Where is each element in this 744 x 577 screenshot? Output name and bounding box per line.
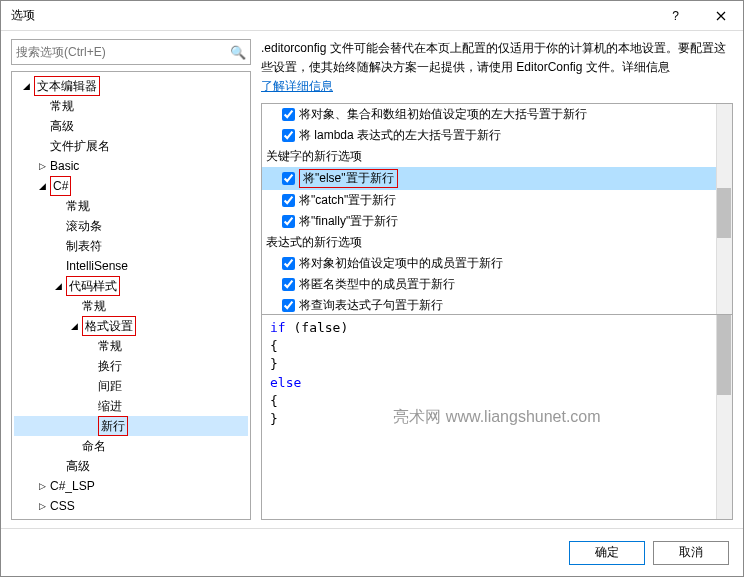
tree-item[interactable]: ▷C#_LSP	[14, 476, 248, 496]
content-area: 🔍 ◢文本编辑器常规高级文件扩展名▷Basic◢C#常规滚动条制表符Intell…	[1, 31, 743, 528]
preview-scrollbar-track[interactable]	[716, 315, 732, 519]
collapse-icon[interactable]: ◢	[68, 320, 80, 332]
code-block: if (false) { } else { }	[262, 315, 732, 432]
tree-item[interactable]: ◢文本编辑器	[14, 76, 248, 96]
tree-item[interactable]: ▷CSS	[14, 496, 248, 516]
left-panel: 🔍 ◢文本编辑器常规高级文件扩展名▷Basic◢C#常规滚动条制表符Intell…	[11, 39, 251, 520]
option-label: 将查询表达式子句置于新行	[299, 297, 443, 314]
option-item[interactable]: 将对象初始值设定项中的成员置于新行	[262, 253, 732, 274]
brace-open-2: {	[270, 393, 278, 408]
info-link[interactable]: 了解详细信息	[261, 79, 333, 93]
brace-open: {	[270, 338, 278, 353]
option-item[interactable]: 将 lambda 表达式的左大括号置于新行	[262, 125, 732, 146]
option-checkbox[interactable]	[282, 172, 295, 185]
brace-close: }	[270, 356, 278, 371]
tree-item[interactable]: 新行	[14, 416, 248, 436]
tree-item[interactable]: ▷Basic	[14, 156, 248, 176]
tree-item-label: 制表符	[66, 237, 102, 255]
option-label: 将对象初始值设定项中的成员置于新行	[299, 255, 503, 272]
tree-item-label: 换行	[98, 357, 122, 375]
close-button[interactable]	[698, 1, 743, 31]
help-button[interactable]: ?	[653, 1, 698, 31]
option-checkbox[interactable]	[282, 278, 295, 291]
option-checkbox[interactable]	[282, 108, 295, 121]
scrollbar-thumb[interactable]	[717, 188, 731, 238]
tree-spacer	[36, 120, 48, 132]
tree-item[interactable]: 命名	[14, 436, 248, 456]
search-icon: 🔍	[230, 45, 246, 60]
code-condition: (false)	[286, 320, 349, 335]
option-checkbox[interactable]	[282, 194, 295, 207]
tree-item[interactable]: 滚动条	[14, 216, 248, 236]
option-item[interactable]: 将"else"置于新行	[262, 167, 732, 190]
option-group-header: 关键字的新行选项	[262, 146, 732, 167]
tree-spacer	[36, 140, 48, 152]
tree-spacer	[52, 260, 64, 272]
expand-icon[interactable]: ▷	[36, 160, 48, 172]
option-item[interactable]: 将"finally"置于新行	[262, 211, 732, 232]
option-group-header: 表达式的新行选项	[262, 232, 732, 253]
keyword-else: else	[270, 375, 301, 390]
tree-spacer	[52, 460, 64, 472]
tree-item-label: 格式设置	[82, 316, 136, 336]
tree-item-label: 间距	[98, 377, 122, 395]
tree-item[interactable]: ◢格式设置	[14, 316, 248, 336]
tree-item[interactable]: 制表符	[14, 236, 248, 256]
preview-scrollbar-thumb[interactable]	[717, 315, 731, 395]
option-checkbox[interactable]	[282, 129, 295, 142]
option-checkbox[interactable]	[282, 257, 295, 270]
tree-item[interactable]: IntelliSense	[14, 256, 248, 276]
collapse-icon[interactable]: ◢	[36, 180, 48, 192]
option-label: 将对象、集合和数组初始值设定项的左大括号置于新行	[299, 106, 587, 123]
tree-item-label: CSS	[50, 497, 75, 515]
tree-item[interactable]: 换行	[14, 356, 248, 376]
collapse-icon[interactable]: ◢	[20, 80, 32, 92]
search-input[interactable]	[16, 45, 230, 59]
tree-item[interactable]: 文件扩展名	[14, 136, 248, 156]
scrollbar-track[interactable]	[716, 104, 732, 314]
option-label: 将"else"置于新行	[299, 169, 398, 188]
tree-item[interactable]: 常规	[14, 96, 248, 116]
expand-icon[interactable]: ▷	[36, 480, 48, 492]
option-item[interactable]: 将对象、集合和数组初始值设定项的左大括号置于新行	[262, 104, 732, 125]
search-box[interactable]: 🔍	[11, 39, 251, 65]
tree-item-label: C#	[50, 176, 71, 196]
options-dialog: 选项 ? 🔍 ◢文本编辑器常规高级文件扩展名▷Basic◢C#常规滚动条制表符I…	[0, 0, 744, 577]
tree-item[interactable]: 缩进	[14, 396, 248, 416]
option-item[interactable]: 将"catch"置于新行	[262, 190, 732, 211]
option-label: 将 lambda 表达式的左大括号置于新行	[299, 127, 501, 144]
info-text: .editorconfig 文件可能会替代在本页上配置的仅适用于你的计算机的本地…	[261, 39, 733, 97]
option-label: 将"finally"置于新行	[299, 213, 398, 230]
tree-item[interactable]: 常规	[14, 336, 248, 356]
footer: 确定 取消	[1, 528, 743, 576]
tree-spacer	[68, 440, 80, 452]
collapse-icon[interactable]: ◢	[52, 280, 64, 292]
tree-item-label: C#_LSP	[50, 477, 95, 495]
tree-spacer	[84, 420, 96, 432]
tree-item[interactable]: 间距	[14, 376, 248, 396]
option-label: 将匿名类型中的成员置于新行	[299, 276, 455, 293]
tree-item[interactable]: ◢代码样式	[14, 276, 248, 296]
options-list[interactable]: 将对象、集合和数组初始值设定项的左大括号置于新行将 lambda 表达式的左大括…	[261, 103, 733, 315]
tree-spacer	[84, 340, 96, 352]
tree-item-label: 文件扩展名	[50, 137, 110, 155]
option-checkbox[interactable]	[282, 299, 295, 312]
tree-item[interactable]: ◢C#	[14, 176, 248, 196]
tree-item[interactable]: 高级	[14, 456, 248, 476]
titlebar: 选项 ?	[1, 1, 743, 31]
option-checkbox[interactable]	[282, 215, 295, 228]
ok-button[interactable]: 确定	[569, 541, 645, 565]
option-item[interactable]: 将匿名类型中的成员置于新行	[262, 274, 732, 295]
options-tree[interactable]: ◢文本编辑器常规高级文件扩展名▷Basic◢C#常规滚动条制表符IntelliS…	[11, 71, 251, 520]
tree-item-label: 新行	[98, 416, 128, 436]
tree-item-label: 文本编辑器	[34, 76, 100, 96]
tree-item[interactable]: 高级	[14, 116, 248, 136]
tree-spacer	[84, 360, 96, 372]
option-item[interactable]: 将查询表达式子句置于新行	[262, 295, 732, 315]
tree-item[interactable]: 常规	[14, 196, 248, 216]
cancel-button[interactable]: 取消	[653, 541, 729, 565]
expand-icon[interactable]: ▷	[36, 500, 48, 512]
tree-spacer	[52, 220, 64, 232]
tree-item[interactable]: 常规	[14, 296, 248, 316]
tree-item-label: 常规	[82, 297, 106, 315]
